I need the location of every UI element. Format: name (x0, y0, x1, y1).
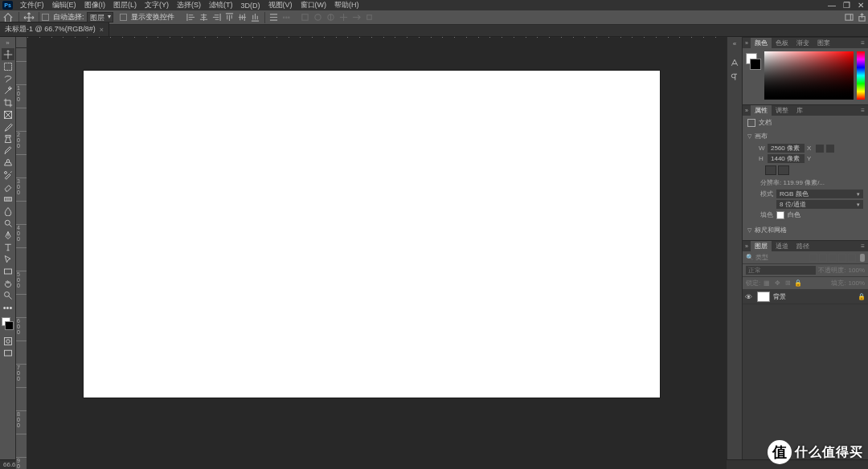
type-tool[interactable] (2, 241, 14, 253)
distribute-icon[interactable] (268, 12, 280, 23)
filter-toggle[interactable] (860, 254, 865, 262)
tab-properties[interactable]: 属性 (751, 105, 772, 116)
align-top-icon[interactable] (224, 12, 235, 23)
filter-type-icon[interactable] (829, 254, 837, 262)
window-restore[interactable]: ❐ (839, 1, 854, 10)
window-close[interactable]: ✕ (854, 1, 868, 10)
menu-help[interactable]: 帮助(H) (330, 0, 363, 10)
canvas-background[interactable] (27, 38, 727, 469)
menu-filter[interactable]: 滤镜(T) (205, 0, 237, 10)
blend-mode-dropdown[interactable]: 正常 (746, 266, 816, 275)
brush-tool[interactable] (2, 145, 14, 157)
ruler-vertical[interactable]: 0100200300400500600700800900100011001200… (16, 38, 27, 469)
show-transform-checkbox[interactable] (120, 14, 127, 21)
crop-tool[interactable] (2, 96, 14, 108)
menu-window[interactable]: 窗口(W) (297, 0, 331, 10)
panel-strip-collapse-icon[interactable]: « (733, 40, 736, 47)
eyedropper-tool[interactable] (2, 120, 14, 133)
healing-brush-tool[interactable] (2, 133, 14, 145)
layer-filter-search-icon[interactable]: 🔍 (746, 254, 754, 261)
hand-tool[interactable] (2, 277, 14, 289)
portrait-btn-icon[interactable] (765, 165, 776, 175)
canvas-twisty-icon[interactable]: ▽ (747, 133, 751, 140)
tab-paths[interactable]: 路径 (792, 241, 813, 252)
lock-all-icon[interactable]: 🔒 (794, 279, 802, 288)
props-panel-menu-icon[interactable]: ≡ (858, 107, 868, 114)
pen-tool[interactable] (2, 229, 14, 241)
color-field[interactable] (764, 51, 854, 100)
share-icon[interactable] (856, 12, 867, 23)
menu-select[interactable]: 选择(S) (173, 0, 205, 10)
filter-adjust-icon[interactable] (819, 254, 827, 262)
menu-layer[interactable]: 图层(L) (109, 0, 141, 10)
clone-stamp-tool[interactable] (2, 157, 14, 169)
fill-swatch[interactable] (776, 211, 784, 219)
ruler-corner[interactable] (16, 37, 27, 48)
menu-3d[interactable]: 3D(D) (237, 2, 264, 10)
filter-pixel-icon[interactable] (809, 254, 817, 262)
document-tab-close[interactable]: × (100, 26, 104, 34)
opacity-value[interactable]: 100% (849, 267, 865, 274)
rulers-twisty-icon[interactable]: ▽ (747, 227, 751, 234)
lock-pixels-icon[interactable]: ▦ (763, 279, 771, 288)
tab-channels[interactable]: 通道 (772, 241, 792, 252)
color-panel-menu-icon[interactable]: ≡ (858, 39, 868, 47)
paragraph-panel-icon[interactable] (729, 71, 740, 83)
bit-depth-dropdown[interactable]: 8 位/通道 (776, 200, 863, 209)
color-collapse-icon[interactable]: » (743, 40, 751, 46)
history-brush-tool[interactable] (2, 169, 14, 181)
align-bottom-icon[interactable] (250, 12, 261, 23)
tab-gradients[interactable]: 渐变 (792, 38, 813, 49)
quickmask-icon[interactable] (2, 335, 14, 347)
lock-artboard-icon[interactable]: ⊞ (784, 279, 792, 288)
marquee-tool[interactable] (2, 60, 14, 72)
move-tool[interactable] (2, 48, 14, 60)
panel-toggle-icon[interactable] (843, 12, 854, 23)
props-collapse-icon[interactable]: » (743, 108, 751, 113)
align-left-icon[interactable] (186, 12, 197, 23)
tools-collapse-icon[interactable]: » (6, 39, 9, 47)
tab-color[interactable]: 颜色 (751, 38, 772, 49)
filter-shape-icon[interactable] (838, 254, 846, 262)
rectangle-tool[interactable] (2, 265, 14, 277)
zoom-tool[interactable] (2, 289, 14, 301)
layer-lock-icon[interactable]: 🔒 (858, 293, 866, 300)
blur-tool[interactable] (2, 205, 14, 217)
edit-toolbar-icon[interactable]: ••• (2, 301, 14, 313)
menu-view[interactable]: 视图(V) (264, 0, 297, 10)
layer-thumbnail[interactable] (757, 292, 770, 302)
frame-tool[interactable] (2, 108, 14, 120)
layer-row[interactable]: 👁 背景 🔒 (743, 290, 868, 304)
layers-panel-menu-icon[interactable]: ≡ (858, 243, 868, 250)
layers-collapse-icon[interactable]: » (743, 243, 751, 249)
window-minimize[interactable]: — (825, 1, 839, 10)
layer-filter-kind[interactable]: 类型 (755, 253, 808, 262)
orientation-landscape-icon[interactable] (826, 145, 834, 153)
tab-libraries[interactable]: 库 (792, 105, 807, 116)
dodge-tool[interactable] (2, 217, 14, 229)
eraser-tool[interactable] (2, 181, 14, 193)
magic-wand-tool[interactable] (2, 84, 14, 96)
tab-swatches[interactable]: 色板 (772, 38, 792, 49)
layer-name[interactable]: 背景 (773, 292, 854, 301)
filter-smart-icon[interactable] (848, 254, 856, 262)
document-tab[interactable]: 未标题-1 @ 66.7%(RGB/8#) × (0, 22, 109, 36)
background-swatch[interactable] (5, 321, 14, 330)
align-center-h-icon[interactable] (199, 12, 210, 23)
align-middle-icon[interactable] (237, 12, 248, 23)
align-right-icon[interactable] (211, 12, 223, 23)
hue-slider[interactable] (857, 51, 865, 100)
lasso-tool[interactable] (2, 72, 14, 84)
color-background-swatch[interactable] (750, 59, 761, 70)
screenmode-icon[interactable] (2, 347, 14, 359)
character-panel-icon[interactable] (729, 57, 740, 68)
tab-layers[interactable]: 图层 (751, 241, 772, 252)
menu-type[interactable]: 文字(Y) (141, 0, 173, 10)
width-value[interactable]: 2560 像素 (768, 144, 805, 153)
auto-select-dropdown[interactable]: 图层 (87, 12, 113, 22)
align-more-icon[interactable]: ••• (283, 14, 290, 22)
menu-file[interactable]: 文件(F) (16, 0, 48, 10)
tab-adjustments[interactable]: 调整 (772, 105, 792, 116)
canvas[interactable] (84, 71, 660, 398)
gradient-tool[interactable] (2, 193, 14, 205)
